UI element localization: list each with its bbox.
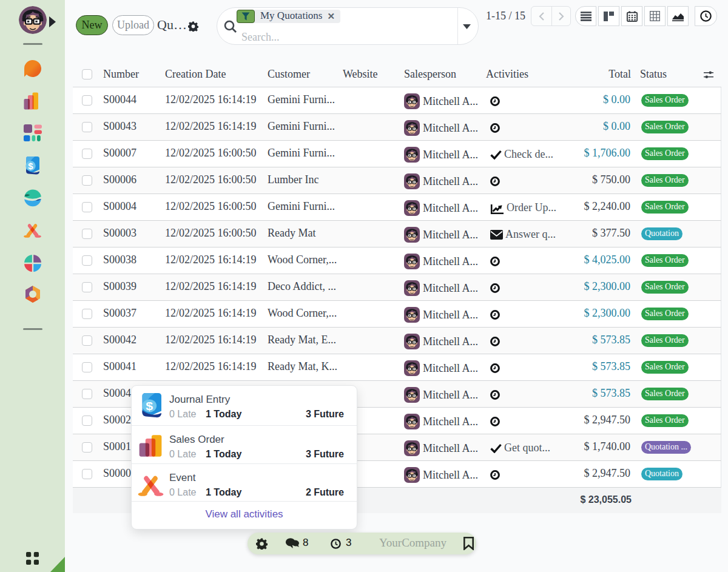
svg-text:$: $ (146, 400, 153, 412)
svg-text:$: $ (28, 161, 33, 171)
